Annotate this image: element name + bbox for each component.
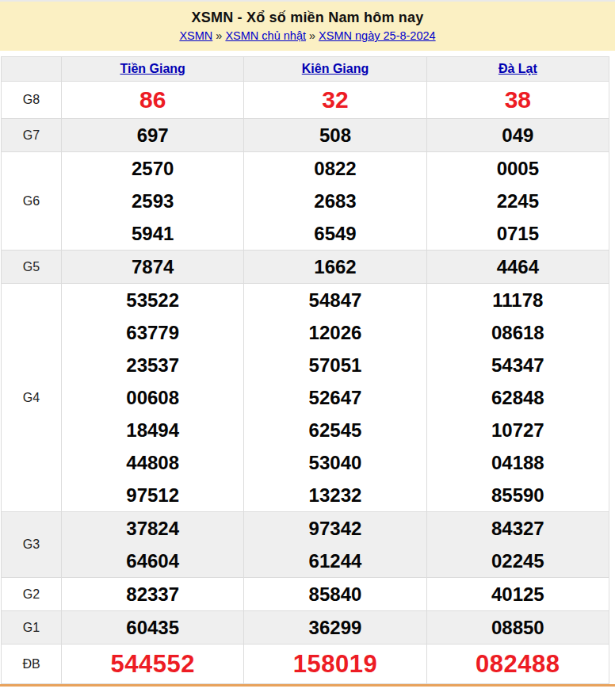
- result-cell: 508: [244, 119, 426, 152]
- province-link[interactable]: Đà Lạt: [498, 62, 537, 75]
- result-cell: 86: [62, 82, 244, 119]
- result-cell: 082226836549: [244, 152, 426, 251]
- column-header: Đà Lạt: [426, 57, 609, 82]
- lottery-results-table: Tiền GiangKiên GiangĐà Lạt G8863238G7697…: [1, 56, 609, 684]
- prize-label: G1: [2, 611, 62, 645]
- result-number: 2245: [427, 185, 609, 217]
- breadcrumb: XSMN » XSMN chủ nhật » XSMN ngày 25-8-20…: [0, 29, 615, 42]
- result-cell: 82337: [62, 578, 244, 611]
- breadcrumb-link[interactable]: XSMN chủ nhật: [225, 29, 306, 42]
- result-cell: 32: [244, 82, 426, 119]
- result-cell: 000522450715: [426, 152, 609, 251]
- result-number: 64604: [62, 545, 243, 577]
- prize-label: ĐB: [2, 645, 62, 684]
- result-cell: 697: [62, 119, 244, 152]
- result-number: 10727: [427, 414, 609, 446]
- result-number: 86: [62, 82, 243, 118]
- result-number: 02245: [427, 545, 609, 577]
- province-link[interactable]: Tiền Giang: [120, 62, 185, 75]
- result-cell: 544552: [62, 645, 244, 684]
- result-number: 082488: [427, 645, 609, 683]
- result-number: 4464: [427, 251, 609, 283]
- result-row: G3378246460497342612448432702245: [2, 512, 609, 578]
- result-number: 54347: [427, 349, 609, 381]
- result-row: G453522637792353700608184944480897512548…: [2, 284, 609, 512]
- result-cell: 54847120265705152647625455304013232: [244, 284, 426, 512]
- result-number: 11178: [427, 284, 609, 316]
- result-number: 97342: [244, 512, 426, 545]
- result-number: 52647: [244, 381, 426, 414]
- result-cell: 11178086185434762848107270418885590: [426, 284, 609, 512]
- result-cell: 4464: [426, 251, 609, 284]
- result-number: 2593: [62, 185, 243, 217]
- result-number: 0822: [244, 152, 426, 185]
- result-cell: 7874: [62, 251, 244, 284]
- result-cell: 3782464604: [62, 512, 244, 578]
- result-number: 18494: [62, 414, 243, 446]
- result-cell: 40125: [426, 578, 609, 611]
- result-cell: 1662: [244, 251, 426, 284]
- result-cell: 53522637792353700608184944480897512: [62, 284, 244, 512]
- result-number: 85590: [427, 479, 609, 511]
- prize-label: G5: [2, 251, 62, 284]
- result-number: 23537: [62, 349, 243, 381]
- result-number: 2683: [244, 185, 426, 217]
- page-header: XSMN - Xổ số miền Nam hôm nay XSMN » XSM…: [0, 2, 615, 51]
- result-row: G1604353629908850: [2, 611, 609, 645]
- prize-label: G2: [2, 578, 62, 611]
- result-number: 7874: [62, 251, 243, 283]
- result-cell: 60435: [62, 611, 244, 645]
- corner-cell: [2, 57, 62, 82]
- result-number: 84327: [427, 512, 609, 545]
- result-number: 08850: [427, 611, 609, 644]
- result-cell: 85840: [244, 578, 426, 611]
- column-header: Tiền Giang: [62, 57, 244, 82]
- prize-label: G6: [2, 152, 62, 251]
- result-number: 57051: [244, 349, 426, 381]
- results-body: G8863238G7697508049G62570259359410822268…: [2, 82, 609, 684]
- result-number: 0715: [427, 217, 609, 250]
- prize-label: G4: [2, 284, 62, 512]
- result-number: 00608: [62, 381, 243, 414]
- result-number: 38: [427, 82, 609, 118]
- result-number: 44808: [62, 446, 243, 479]
- result-cell: 38: [426, 82, 609, 119]
- result-number: 62848: [427, 381, 609, 414]
- result-number: 40125: [427, 578, 609, 610]
- result-row: G7697508049: [2, 119, 609, 152]
- prize-label: G8: [2, 82, 62, 119]
- column-header-row: Tiền GiangKiên GiangĐà Lạt: [2, 57, 609, 82]
- province-link[interactable]: Kiên Giang: [302, 62, 369, 75]
- result-number: 158019: [244, 645, 426, 683]
- result-cell: 8432702245: [426, 512, 609, 578]
- result-number: 60435: [62, 611, 243, 644]
- result-number: 54847: [244, 284, 426, 316]
- result-number: 049: [427, 119, 609, 151]
- result-number: 37824: [62, 512, 243, 545]
- result-row: ĐB544552158019082488: [2, 645, 609, 684]
- bottom-divider: [0, 684, 615, 687]
- result-row: G2823378584040125: [2, 578, 609, 611]
- result-cell: 08850: [426, 611, 609, 645]
- result-number: 04188: [427, 446, 609, 479]
- result-number: 32: [244, 82, 426, 118]
- result-number: 53040: [244, 446, 426, 479]
- column-header: Kiên Giang: [244, 57, 426, 82]
- result-cell: 082488: [426, 645, 609, 684]
- result-number: 697: [62, 119, 243, 151]
- result-cell: 158019: [244, 645, 426, 684]
- result-row: G6257025935941082226836549000522450715: [2, 152, 609, 251]
- result-row: G5787416624464: [2, 251, 609, 284]
- result-cell: 257025935941: [62, 152, 244, 251]
- prize-label: G3: [2, 512, 62, 578]
- result-number: 6549: [244, 217, 426, 250]
- result-number: 508: [244, 119, 426, 151]
- breadcrumb-link[interactable]: XSMN: [179, 29, 212, 42]
- result-number: 36299: [244, 611, 426, 644]
- result-number: 544552: [62, 645, 243, 683]
- result-number: 85840: [244, 578, 426, 610]
- result-number: 61244: [244, 545, 426, 577]
- result-number: 2570: [62, 152, 243, 185]
- result-number: 62545: [244, 414, 426, 446]
- breadcrumb-link[interactable]: XSMN ngày 25-8-2024: [319, 29, 436, 42]
